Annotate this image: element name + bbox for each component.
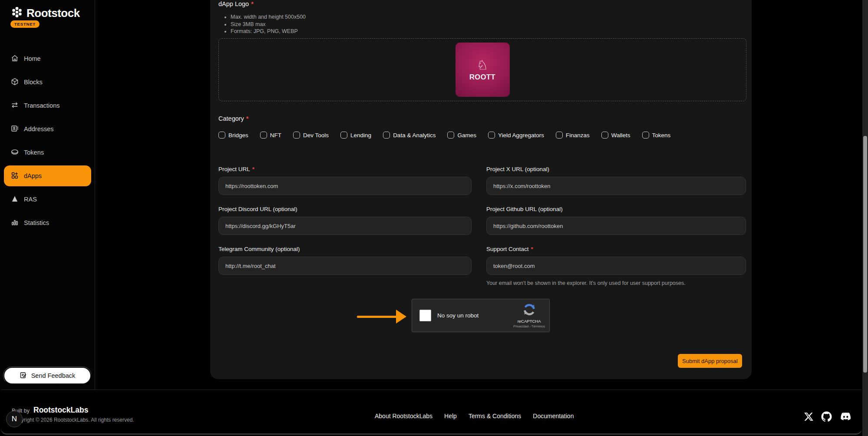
sidebar-item-label: Home <box>24 55 41 62</box>
category-option-lending[interactable]: Lending <box>340 132 371 139</box>
sidebar-item-blocks[interactable]: Blocks <box>0 70 95 94</box>
recaptcha-privacy-terms[interactable]: Privacidad - Términos <box>513 324 545 328</box>
sidebar-item-label: Statistics <box>24 219 49 226</box>
field-project-url: Project URL* <box>218 166 472 195</box>
sidebar-item-ras[interactable]: RAS <box>0 188 95 211</box>
bar-chart-icon <box>11 218 19 228</box>
checkbox-icon[interactable] <box>601 132 608 139</box>
testnet-badge: TESTNET <box>10 20 40 28</box>
checkbox-icon[interactable] <box>260 132 267 139</box>
rootstock-logo-icon <box>10 6 23 20</box>
recaptcha-checkbox[interactable] <box>419 310 431 321</box>
sidebar-item-dapps[interactable]: dApps <box>4 165 91 186</box>
sidebar-item-addresses[interactable]: Addresses <box>0 117 95 141</box>
support-helper-text: Your email won't be shown in the explore… <box>486 280 746 286</box>
category-option-data-analytics[interactable]: Data & Analytics <box>383 132 436 139</box>
category-option-bridges[interactable]: Bridges <box>218 132 248 139</box>
orange-arrow <box>357 316 397 318</box>
feedback-edit-icon <box>20 371 27 380</box>
checkbox-icon[interactable] <box>293 132 300 139</box>
knight-chess-icon: ♘ <box>477 59 488 72</box>
send-feedback-button[interactable]: Send Feedback <box>3 367 91 384</box>
category-option-yield-aggregators[interactable]: Yield Aggregators <box>488 132 544 139</box>
project-url-input[interactable] <box>218 177 472 195</box>
send-feedback-label: Send Feedback <box>31 372 76 379</box>
swap-arrows-icon <box>11 101 19 110</box>
sidebar-item-tokens[interactable]: Tokens <box>0 141 95 164</box>
scrollbar-track[interactable] <box>862 0 868 436</box>
sidebar-item-label: dApps <box>24 172 42 179</box>
requirement-item: Size 3MB max <box>231 21 306 28</box>
n-overlay-badge[interactable]: N <box>6 411 23 427</box>
project-discord-url-input[interactable] <box>218 217 472 235</box>
triangle-icon <box>11 195 19 204</box>
field-label: Project Github URL (optional) <box>486 206 746 212</box>
recaptcha-logo-icon <box>523 303 536 318</box>
project-github-url-input[interactable] <box>486 217 746 235</box>
sidebar-item-label: RAS <box>24 196 37 203</box>
checkbox-icon[interactable] <box>383 132 390 139</box>
grid-plus-icon <box>11 172 19 181</box>
requirement-item: Formats: JPG, PNG, WEBP <box>231 28 306 35</box>
sidebar-item-statistics[interactable]: Statistics <box>0 211 95 235</box>
footer-link-help[interactable]: Help <box>444 413 457 419</box>
dapp-proposal-form-panel: dApp Logo* Max. width and height 500x500… <box>210 0 752 379</box>
sidebar-item-transactions[interactable]: Transactions <box>0 94 95 117</box>
checkbox-icon[interactable] <box>340 132 347 139</box>
field-label: Telegram Community (optional) <box>218 246 472 252</box>
checkbox-icon[interactable] <box>642 132 649 139</box>
logo-dropzone[interactable]: ♘ ROOTT <box>218 38 746 101</box>
x-icon[interactable] <box>804 412 814 422</box>
footer-links: About RootstockLabs Help Terms & Conditi… <box>375 413 574 419</box>
discord-icon[interactable] <box>839 411 851 423</box>
scrollbar-thumb[interactable] <box>863 136 867 373</box>
category-option-wallets[interactable]: Wallets <box>601 132 630 139</box>
sidebar-item-label: Transactions <box>24 102 59 109</box>
field-project-x-url: Project X URL (optional) <box>486 166 746 195</box>
github-icon[interactable] <box>821 411 832 422</box>
category-option-games[interactable]: Games <box>447 132 476 139</box>
checkbox-icon[interactable] <box>218 132 225 139</box>
brand-name: Rootstock <box>26 7 80 20</box>
project-x-url-input[interactable] <box>486 177 746 195</box>
logo-preview-symbol: ROOTT <box>469 73 495 81</box>
contact-card-icon <box>11 125 19 134</box>
category-option-finanzas[interactable]: Finanzas <box>556 132 590 139</box>
submit-dapp-proposal-button[interactable]: Submit dApp proposal <box>678 354 742 368</box>
category-label: Category* <box>218 115 249 122</box>
logo-preview-tile: ♘ ROOTT <box>455 43 510 97</box>
sidebar-item-label: Tokens <box>24 149 44 156</box>
recaptcha-brand: reCAPTCHA <box>518 319 541 324</box>
checkbox-icon[interactable] <box>556 132 563 139</box>
brand[interactable]: Rootstock <box>10 6 80 20</box>
telegram-community-input[interactable] <box>218 257 472 275</box>
recaptcha-checkbox-label: No soy un robot <box>437 312 479 319</box>
category-option-nft[interactable]: NFT <box>260 132 281 139</box>
orange-arrow-head <box>396 310 406 324</box>
category-option-dev-tools[interactable]: Dev Tools <box>293 132 329 139</box>
field-project-github-url: Project Github URL (optional) <box>486 206 746 235</box>
copyright-text: Copyright © 2026 RootstockLabs. All righ… <box>12 417 134 423</box>
cube-icon <box>11 78 19 87</box>
sidebar-item-label: Addresses <box>24 126 54 132</box>
category-checkbox-group: Bridges NFT Dev Tools Lending Data & Ana… <box>218 132 670 139</box>
field-project-discord-url: Project Discord URL (optional) <box>218 206 472 235</box>
sidebar: Rootstock TESTNET Home Blocks Transactio… <box>0 0 95 390</box>
built-by: Built by RootstockLabs <box>12 406 88 415</box>
field-label: Project URL* <box>218 166 472 172</box>
sidebar-item-home[interactable]: Home <box>0 47 95 70</box>
field-label: Support Contact* <box>486 246 746 252</box>
footer-link-about[interactable]: About RootstockLabs <box>375 413 432 419</box>
checkbox-icon[interactable] <box>488 132 495 139</box>
field-telegram-community: Telegram Community (optional) <box>218 246 472 275</box>
home-icon <box>11 54 19 63</box>
category-option-tokens[interactable]: Tokens <box>642 132 671 139</box>
support-contact-input[interactable] <box>486 257 746 275</box>
company-name: RootstockLabs <box>33 406 88 415</box>
checkbox-icon[interactable] <box>447 132 454 139</box>
footer: Built by RootstockLabs Copyright © 2026 … <box>1 390 862 435</box>
footer-link-documentation[interactable]: Documentation <box>533 413 574 419</box>
field-support-contact: Support Contact* Your email won't be sho… <box>486 246 746 286</box>
requirement-item: Max. width and height 500x500 <box>231 13 306 21</box>
footer-link-terms[interactable]: Terms & Conditions <box>469 413 521 419</box>
